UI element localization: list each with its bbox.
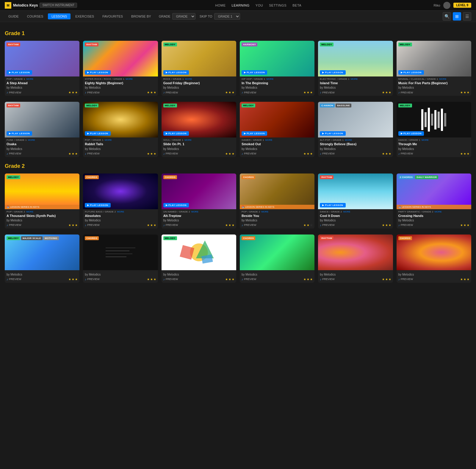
skip-select[interactable]: GRADE 1 xyxy=(214,13,240,20)
card-cool-it-down[interactable]: RHYTHM ▶ PLAY LESSON DANCE / GRADE 2 MOR… xyxy=(318,173,393,229)
nav-settings[interactable]: SETTINGS xyxy=(269,4,286,7)
card-smoked-out[interactable]: MELODY ▶ PLAY LESSON GAMER / GRADE 1 MOR… xyxy=(240,102,314,157)
preview-button[interactable]: ♪ PREVIEW xyxy=(320,91,335,94)
card-good-friday[interactable]: MELODY ▶ PLAY LESSON ROCK / GRADE 1 MORE… xyxy=(162,41,236,96)
preview-button[interactable]: ♪ PREVIEW xyxy=(163,278,178,281)
list-view-button[interactable]: ☰ xyxy=(463,12,471,21)
preview-button[interactable]: ♪ PREVIEW xyxy=(85,278,100,281)
card-tag-more[interactable]: MORE xyxy=(105,139,112,141)
preview-button[interactable]: ♪ PREVIEW xyxy=(7,91,21,94)
preview-button[interactable]: ♪ PREVIEW xyxy=(398,223,413,227)
card-osaka[interactable]: RHYTHM ▶ PLAY LESSON FUNK / GRADE 1 MORE… xyxy=(5,102,79,157)
preview-button[interactable]: ♪ PREVIEW xyxy=(85,152,100,155)
card-alt-treptow[interactable]: CHORDS ▶ PLAY LESSON UN-NAMED / GRADE 2 … xyxy=(162,173,236,229)
preview-button[interactable]: ♪ PREVIEW xyxy=(85,91,100,94)
play-lesson-button[interactable]: ▶ PLAY LESSON xyxy=(163,131,189,136)
preview-button[interactable]: ♪ PREVIEW xyxy=(85,223,100,227)
play-lesson-button[interactable]: ▶ PLAY LESSON xyxy=(320,131,345,136)
preview-button[interactable]: ♪ PREVIEW xyxy=(242,223,256,227)
preview-button[interactable]: ♪ PREVIEW xyxy=(320,152,335,155)
card-tag-more[interactable]: MORE xyxy=(266,78,273,80)
preview-button[interactable]: ♪ PREVIEW xyxy=(163,152,178,155)
preview-button[interactable]: ♪ PREVIEW xyxy=(163,223,178,227)
nav-you[interactable]: YOU xyxy=(256,4,263,7)
card-eighty-nights[interactable]: RHYTHM ▶ PLAY LESSON HYPER-ROCK / ROCK /… xyxy=(83,41,158,96)
preview-button[interactable]: ♪ PREVIEW xyxy=(7,278,21,281)
play-lesson-button[interactable]: ▶ PLAY LESSON xyxy=(398,70,424,75)
play-lesson-button[interactable]: ▶ PLAY LESSON xyxy=(7,70,32,75)
subnav-favourites[interactable]: FAVOURITES xyxy=(99,13,126,19)
play-lesson-button[interactable]: ▶ PLAY LESSON xyxy=(85,70,110,75)
card-tag-more[interactable]: MORE xyxy=(351,78,358,80)
nav-learning[interactable]: LEARNING xyxy=(232,4,250,7)
switch-instrument-button[interactable]: SWITCH INSTRUMENT xyxy=(40,3,77,8)
play-lesson-button[interactable]: ▶ PLAY LESSON xyxy=(163,203,189,207)
card-tag-more[interactable]: MORE xyxy=(26,210,33,213)
card-grade2-r2-6[interactable]: CHORDS by Melodics ♪ PREVIEW ★ ★ ★ xyxy=(397,234,471,283)
nav-beta[interactable]: BETA xyxy=(292,4,301,7)
star-3: ★ xyxy=(389,278,391,281)
play-lesson-button[interactable]: ▶ PLAY LESSON xyxy=(242,70,267,75)
card-tag-more[interactable]: MORE xyxy=(28,139,35,141)
preview-button[interactable]: ♪ PREVIEW xyxy=(242,278,256,281)
card-tag-more[interactable]: MORE xyxy=(435,210,442,213)
card-island-time[interactable]: MELODY ▶ PLAY LESSON ELECTRONIC / GRADE … xyxy=(318,41,393,96)
preview-button[interactable]: ♪ PREVIEW xyxy=(398,152,413,155)
card-through-me[interactable]: MELODY ▶ PLAY LESSON DANCE / GRADE 1 MOR… xyxy=(397,102,471,157)
card-tag-more[interactable]: MORE xyxy=(26,78,33,80)
card-grade2-r2-5[interactable]: RHYTHM by Melodics ♪ PREVIEW ★ ★ ★ xyxy=(318,234,393,283)
card-tag-more[interactable]: MORE xyxy=(117,210,124,213)
card-music-five-parts[interactable]: MELODY ▶ PLAY LESSON MINIMAL / CLASSICAL… xyxy=(397,41,471,96)
preview-button[interactable]: ♪ PREVIEW xyxy=(7,223,21,227)
filter-select[interactable]: GRADE xyxy=(172,13,195,20)
card-thousand-skies[interactable]: MELODY 📚 LESSON SERIES IN KEYS POP / GRA… xyxy=(5,173,79,229)
play-lesson-button[interactable]: ▶ PLAY LESSON xyxy=(85,131,110,136)
card-absolutes[interactable]: CHORDS ▶ PLAY LESSON FUTURE BASS / GRADE… xyxy=(83,173,158,229)
avatar[interactable] xyxy=(443,2,450,9)
card-slide-on[interactable]: MELODY ▶ PLAY LESSON SOUL / GRADE 1 MORE… xyxy=(162,102,236,157)
nav-home[interactable]: HOME xyxy=(215,4,226,7)
search-icon-button[interactable]: 🔍 xyxy=(443,12,451,21)
preview-button[interactable]: ♪ PREVIEW xyxy=(320,278,335,281)
card-crossing-hands[interactable]: 2 CHORDS DAILY WARRIOR 📚 LESSON SERIES I… xyxy=(397,173,471,229)
card-rabbit-tails[interactable]: MELODY ▶ PLAY LESSON POP / GRADE 1 MORE … xyxy=(83,102,158,157)
preview-button[interactable]: ♪ PREVIEW xyxy=(242,91,256,94)
grid-view-button[interactable]: ⊞ xyxy=(453,12,461,21)
preview-button[interactable]: ♪ PREVIEW xyxy=(398,91,413,94)
card-tag-more[interactable]: MORE xyxy=(439,78,447,80)
subnav-browse-by[interactable]: BROWSE BY xyxy=(128,13,155,19)
card-a-step-ahead[interactable]: RHYTHM ▶ PLAY LESSON POP / GRADE 1 MORE … xyxy=(5,41,79,96)
card-tag-more[interactable]: MORE xyxy=(422,139,429,141)
subnav-courses[interactable]: COURSES xyxy=(24,13,47,19)
card-tag-more[interactable]: MORE xyxy=(191,210,198,213)
card-strongly-believe[interactable]: C-HANON BASSLINE ▶ PLAY LESSON ALT-POP /… xyxy=(318,102,393,157)
play-lesson-button[interactable]: ▶ PLAY LESSON xyxy=(85,203,110,207)
card-grade2-r2-2[interactable]: CHORDS by Melodics ♪ PREVIEW ★ ★ ★ xyxy=(83,234,158,283)
card-tag-more[interactable]: MORE xyxy=(185,78,192,80)
card-tag-more[interactable]: MORE xyxy=(343,210,350,213)
card-grade2-r2-1[interactable]: MELODY MAJOR SCALE MOTIVING by Melodics … xyxy=(5,234,79,283)
card-tag-more[interactable]: MORE xyxy=(265,139,273,141)
play-lesson-button[interactable]: ▶ PLAY LESSON xyxy=(320,203,345,207)
play-lesson-button[interactable]: ▶ PLAY LESSON xyxy=(163,70,189,75)
card-in-the-beginning[interactable]: HARMONY ▶ PLAY LESSON HIP HOP / GRADE 1 … xyxy=(240,41,314,96)
card-grade2-r2-4[interactable]: CHORDS by Melodics ♪ PREVIEW ★ ★ ★ xyxy=(240,234,314,283)
play-lesson-button[interactable]: ▶ PLAY LESSON xyxy=(320,70,345,75)
card-tag-more[interactable]: MORE xyxy=(184,139,192,141)
play-lesson-button[interactable]: ▶ PLAY LESSON xyxy=(242,131,267,136)
subnav-exercises[interactable]: EXERCISES xyxy=(72,13,98,19)
card-tag-more[interactable]: MORE xyxy=(126,78,133,80)
preview-button[interactable]: ♪ PREVIEW xyxy=(7,152,21,155)
subnav-lessons[interactable]: LESSONS xyxy=(48,13,71,19)
preview-button[interactable]: ♪ PREVIEW xyxy=(242,152,256,155)
card-beside-you[interactable]: CHORDS 📚 LESSON SERIES IN KEYS POP / GRA… xyxy=(240,173,314,229)
preview-button[interactable]: ♪ PREVIEW xyxy=(163,91,178,94)
preview-button[interactable]: ♪ PREVIEW xyxy=(320,223,335,227)
card-grade2-r2-3[interactable]: MELODY by Melodics ♪ PREVIEW ★ ★ ★ xyxy=(162,234,236,283)
subnav-guide[interactable]: GUIDE xyxy=(5,13,22,19)
card-tag-more[interactable]: MORE xyxy=(261,210,268,213)
preview-button[interactable]: ♪ PREVIEW xyxy=(398,278,413,281)
play-lesson-button[interactable]: ▶ PLAY LESSON xyxy=(398,131,424,136)
card-tag-more[interactable]: MORE xyxy=(345,139,352,141)
play-lesson-button[interactable]: ▶ PLAY LESSON xyxy=(7,131,32,136)
